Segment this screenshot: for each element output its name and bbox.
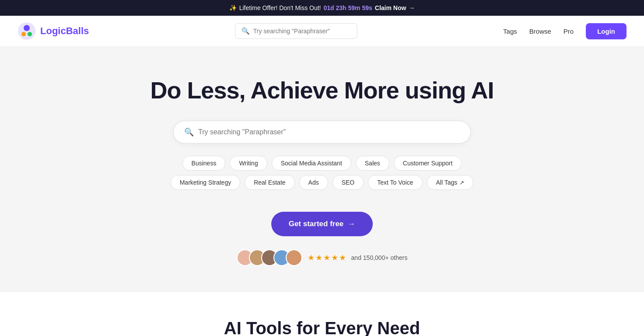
tag-pill[interactable]: SEO xyxy=(332,175,364,190)
star-icon: ★ xyxy=(331,253,338,262)
nav-pro-link[interactable]: Pro xyxy=(564,28,574,35)
tag-pill[interactable]: Writing xyxy=(230,156,267,171)
bottom-title: AI Tools for Every Need xyxy=(9,318,635,336)
header-search-bar[interactable]: 🔍 xyxy=(235,23,357,39)
svg-point-3 xyxy=(28,32,32,36)
header-search-input[interactable] xyxy=(253,28,351,35)
logo-text: LogicBalls xyxy=(40,25,89,37)
main-search-bar[interactable]: 🔍 xyxy=(173,121,471,144)
avatar xyxy=(286,249,302,266)
tag-pill[interactable]: Business xyxy=(182,156,226,171)
header: LogicBalls 🔍 Tags Browse Pro Login xyxy=(0,16,644,47)
tag-pill[interactable]: Customer Support xyxy=(394,156,462,171)
banner-timer: 01d 23h 59m 59s xyxy=(324,4,372,11)
svg-point-1 xyxy=(24,25,30,31)
bottom-section: AI Tools for Every Need xyxy=(0,292,644,336)
star-icon: ★ xyxy=(315,253,322,262)
get-started-button[interactable]: Get started free → xyxy=(271,212,373,236)
star-icon: ★ xyxy=(339,253,346,262)
nav-links: Tags Browse Pro Login xyxy=(503,23,626,39)
tag-pill[interactable]: Text To Voice xyxy=(368,175,422,190)
tag-pill[interactable]: Marketing Strategy xyxy=(171,175,241,190)
star-icon: ★ xyxy=(308,253,315,262)
tag-pill[interactable]: Real Estate xyxy=(245,175,294,190)
main-search-input[interactable] xyxy=(198,128,460,136)
social-proof: ★ ★ ★ ★ ★ and 150,000+ others xyxy=(9,249,635,266)
tag-pill[interactable]: All Tags↗ xyxy=(427,175,474,190)
tag-pill[interactable]: Sales xyxy=(356,156,389,171)
avatar-group xyxy=(237,249,302,266)
cta-label: Get started free xyxy=(289,220,344,228)
svg-point-2 xyxy=(21,32,26,36)
main-search-icon: 🔍 xyxy=(184,127,194,137)
banner-icon: ✨ xyxy=(229,4,237,11)
login-button[interactable]: Login xyxy=(586,23,626,39)
nav-tags-link[interactable]: Tags xyxy=(503,28,517,35)
hero-section: Do Less, Achieve More using AI 🔍 Busines… xyxy=(0,47,644,292)
banner-text: Lifetime Offer! Don't Miss Out! xyxy=(239,4,321,11)
star-rating: ★ ★ ★ ★ ★ xyxy=(308,253,346,262)
nav-browse-link[interactable]: Browse xyxy=(529,28,551,35)
tag-pill[interactable]: Ads xyxy=(299,175,328,190)
header-search-icon: 🔍 xyxy=(242,27,250,35)
top-banner: ✨ Lifetime Offer! Don't Miss Out! 01d 23… xyxy=(0,0,644,16)
hero-title: Do Less, Achieve More using AI xyxy=(9,77,635,103)
claim-now-link[interactable]: Claim Now → xyxy=(375,4,415,11)
logo-icon xyxy=(18,22,36,40)
social-proof-text: and 150,000+ others xyxy=(351,254,408,261)
star-icon: ★ xyxy=(323,253,330,262)
tags-row: BusinessWritingSocial Media AssistantSal… xyxy=(158,156,486,190)
tag-pill[interactable]: Social Media Assistant xyxy=(272,156,351,171)
cta-arrow: → xyxy=(348,220,355,228)
logo-link[interactable]: LogicBalls xyxy=(18,22,89,40)
